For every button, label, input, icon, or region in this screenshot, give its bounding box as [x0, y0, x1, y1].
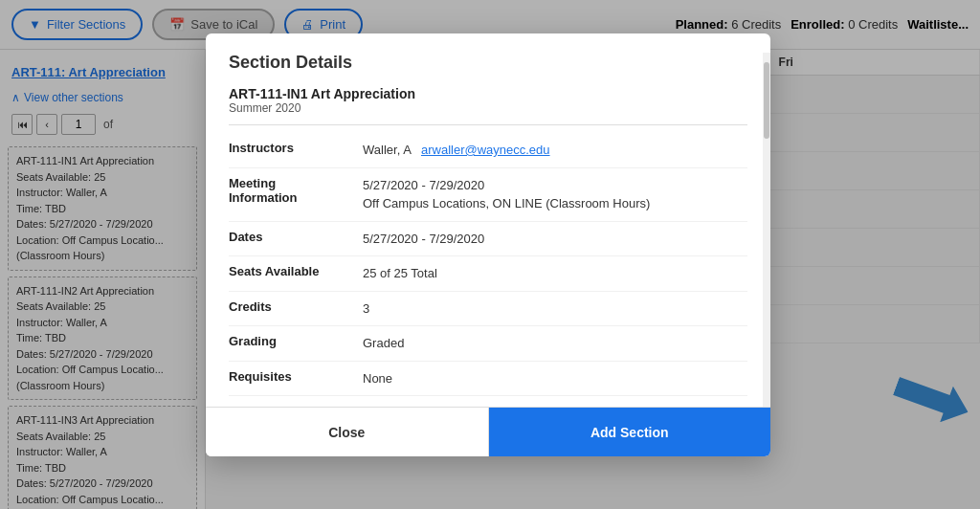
meeting-label: MeetingInformation	[229, 176, 363, 213]
detail-value-instructors: Waller, A arwaller@waynecc.edu	[363, 141, 747, 160]
modal-course-title: ART-111-IN1 Art Appreciation	[229, 86, 747, 101]
modal-footer: Close Add Section	[206, 407, 770, 456]
modal-scrollbar-track[interactable]	[763, 53, 770, 407]
detail-row-credits: Credits 3	[229, 292, 747, 327]
add-section-button[interactable]: Add Section	[489, 408, 771, 456]
detail-row-meeting: MeetingInformation 5/27/2020 - 7/29/2020…	[229, 168, 747, 222]
detail-row-requisites: Requisites None	[229, 362, 747, 397]
detail-row-seats: Seats Available 25 of 25 Total	[229, 256, 747, 292]
modal-divider	[229, 124, 747, 125]
instructor-email-link[interactable]: arwaller@waynecc.edu	[421, 143, 550, 157]
detail-row-grading: Grading Graded	[229, 326, 747, 362]
modal-title: Section Details	[229, 53, 747, 73]
detail-row-dates: Dates 5/27/2020 - 7/29/2020	[229, 222, 747, 257]
detail-row-course: Course This course introduces the origin…	[229, 396, 747, 407]
modal-scrollbar-thumb[interactable]	[764, 62, 769, 139]
modal-semester: Summer 2020	[229, 101, 747, 115]
section-details-modal: Section Details ART-111-IN1 Art Apprecia…	[206, 33, 770, 456]
detail-row-instructors: Instructors Waller, A arwaller@waynecc.e…	[229, 133, 747, 168]
close-button[interactable]: Close	[206, 408, 489, 456]
modal-body: Section Details ART-111-IN1 Art Apprecia…	[206, 33, 770, 407]
